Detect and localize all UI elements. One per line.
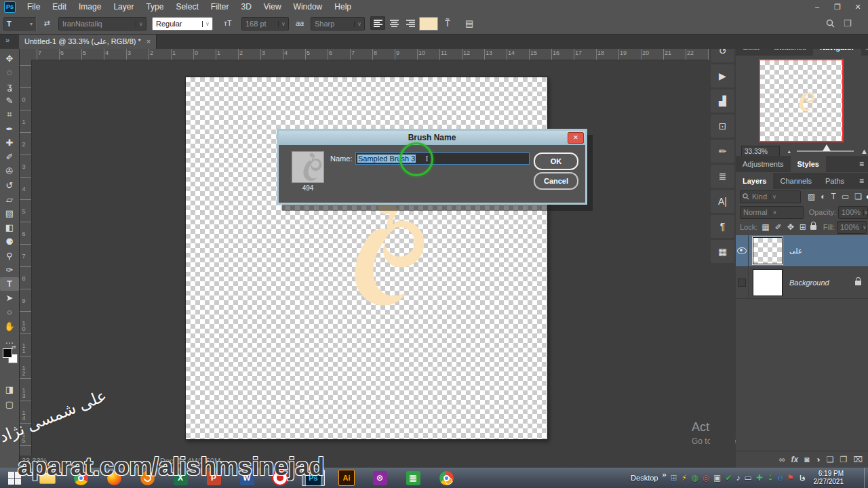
visibility-toggle[interactable] — [736, 267, 749, 298]
font-size-select[interactable]: 168 pt ∨ — [241, 17, 289, 30]
tray-browser-icon[interactable]: ℮ — [778, 473, 783, 483]
toggle-panels-button[interactable]: ▤ — [465, 17, 473, 29]
filter-shape-layers-icon[interactable]: ▭ — [842, 192, 849, 201]
layer-row[interactable]: Background — [736, 267, 868, 299]
layer-row[interactable]: علی — [736, 235, 868, 267]
menu-window[interactable]: Window — [288, 0, 329, 14]
tray-grid-icon[interactable]: ⊞ — [671, 473, 677, 483]
paint-bucket-tool[interactable]: ◧ — [0, 221, 19, 235]
navigator-zoom-slider[interactable] — [797, 150, 854, 152]
filter-type-layers-icon[interactable]: T — [831, 192, 836, 201]
histogram-panel-button[interactable]: ▟ — [711, 89, 734, 113]
layer-mask-icon[interactable]: ◙ — [804, 455, 809, 464]
link-layers-icon[interactable]: ∞ — [779, 455, 785, 464]
history-brush-tool[interactable]: ↺ — [0, 178, 19, 192]
menu-filter[interactable]: Filter — [205, 0, 235, 14]
calculator[interactable]: ▦ — [401, 470, 425, 486]
path-selection-tool[interactable]: ➤ — [0, 291, 19, 305]
search-button[interactable] — [826, 17, 835, 29]
filter-pixel-layers-icon[interactable]: ▨ — [808, 192, 815, 201]
zoom-in-icon[interactable]: ▲ — [861, 147, 868, 155]
screen-mode-button[interactable]: ▢ — [0, 397, 19, 411]
quick-mask-button[interactable]: ◨ — [0, 382, 19, 396]
lock-transparent-icon[interactable]: ▦ — [762, 222, 769, 232]
menu-layer[interactable]: Layer — [107, 0, 140, 14]
brush-settings-panel-button[interactable]: ✏ — [711, 140, 734, 163]
zoom-out-icon[interactable]: ▲ — [787, 149, 791, 154]
move-tool[interactable]: ✥ — [0, 52, 19, 65]
menu-image[interactable]: Image — [73, 0, 107, 14]
actions-panel-button[interactable]: ▶ — [711, 64, 734, 87]
filter-smart-objects-icon[interactable]: ❏ — [854, 192, 862, 201]
layer-name[interactable]: Background — [789, 279, 829, 287]
layer-thumbnail[interactable] — [753, 269, 783, 296]
blur-tool[interactable]: ⚈ — [0, 235, 19, 248]
align-right-button[interactable] — [403, 16, 418, 30]
delete-layer-icon[interactable]: ⌧ — [853, 455, 863, 464]
layer-filter-kind-select[interactable]: Kind ∨ — [740, 190, 801, 203]
tray-lightning-icon[interactable]: ⚡ — [682, 473, 687, 483]
marquee-tool[interactable]: ◌ — [0, 66, 19, 79]
menu-help[interactable]: Help — [328, 0, 357, 14]
align-center-button[interactable] — [387, 16, 401, 30]
layer-group-icon[interactable]: ❏ — [827, 455, 834, 464]
eraser-tool[interactable]: ▱ — [0, 192, 19, 206]
clone-stamp-tool[interactable]: ✇ — [0, 164, 19, 178]
layer-effects-icon[interactable]: fx — [791, 455, 798, 464]
ok-button[interactable]: OK — [534, 152, 578, 170]
visibility-toggle[interactable] — [736, 235, 749, 266]
navigator-zoom-field[interactable]: 33.33% — [741, 146, 780, 157]
menu-3d[interactable]: 3D — [235, 0, 257, 14]
tab-channels[interactable]: Channels — [773, 173, 818, 189]
crop-tool[interactable]: ⌗ — [0, 108, 19, 121]
language-indicator[interactable]: فا — [800, 474, 806, 483]
filter-adjustment-layers-icon[interactable]: ◐ — [821, 192, 825, 201]
workspace-switcher[interactable]: ❒ — [844, 17, 852, 29]
minimize-button[interactable]: – — [807, 0, 827, 14]
menu-type[interactable]: Type — [140, 0, 170, 14]
tray-record-icon[interactable]: ◎ — [703, 473, 709, 483]
tray-shield-icon[interactable]: ✔ — [725, 473, 732, 483]
quick-selection-tool[interactable]: ✎ — [0, 94, 19, 107]
navigator-preview[interactable] — [759, 59, 844, 142]
fill-select[interactable]: 100% ∨ — [837, 221, 867, 234]
anti-alias-select[interactable]: Sharp ∨ — [311, 17, 365, 30]
brush-presets-panel-button[interactable]: ≣ — [711, 165, 734, 188]
tool-preset-picker[interactable]: T ▾ — [3, 17, 36, 30]
warp-text-button[interactable]: T̃ — [445, 17, 450, 29]
tab-paths[interactable]: Paths — [818, 173, 851, 189]
tab-adjustments[interactable]: Adjustments — [736, 156, 791, 172]
type-tool[interactable]: T — [0, 277, 19, 291]
tray-flag-icon[interactable]: ⚑ — [787, 473, 794, 483]
font-style-select[interactable]: Regular ∨ — [152, 17, 213, 30]
tray-volume-icon[interactable]: ♪ — [736, 473, 740, 483]
adjustment-layer-icon[interactable]: ◑ — [815, 455, 820, 464]
lock-position-icon[interactable]: ✥ — [787, 222, 794, 232]
paragraph-panel-button[interactable]: ¶ — [711, 215, 734, 238]
tab-styles[interactable]: Styles — [791, 156, 826, 172]
timeline-panel-button[interactable]: ▦ — [711, 240, 734, 263]
foreground-color-swatch[interactable] — [3, 348, 12, 358]
brush-tool[interactable]: ✐ — [0, 150, 19, 164]
chrome-profile[interactable] — [435, 470, 458, 486]
character-panel-button[interactable]: A| — [711, 190, 734, 213]
healing-brush-tool[interactable]: ✚ — [0, 136, 19, 150]
opacity-select[interactable]: 100% ∨ — [838, 206, 868, 219]
layer-name[interactable]: علی — [789, 247, 802, 256]
font-family-select[interactable]: IranNastaliq ∨ — [58, 17, 146, 30]
dialog-close-button[interactable]: ✕ — [568, 132, 584, 144]
blend-mode-select[interactable]: Normal ∨ — [740, 206, 804, 219]
lock-artboard-icon[interactable]: ⊞ — [800, 222, 806, 232]
desktop-label[interactable]: Desktop — [631, 474, 658, 482]
tray-globe-icon[interactable]: ◍ — [691, 473, 698, 483]
edit-toolbar-button[interactable]: … — [0, 333, 19, 347]
text-color-swatch[interactable] — [419, 17, 438, 30]
illustrator[interactable]: Ai — [335, 470, 358, 486]
dialog-title[interactable]: Brush Name — [279, 131, 585, 145]
tray-network-icon[interactable]: ▭ — [744, 473, 751, 483]
show-desktop-button[interactable] — [864, 468, 868, 488]
pen-tool[interactable]: ✑ — [0, 263, 19, 277]
lock-all-icon[interactable] — [810, 225, 816, 230]
hand-tool[interactable]: ✋ — [0, 319, 19, 333]
new-layer-icon[interactable]: ❐ — [840, 455, 847, 464]
